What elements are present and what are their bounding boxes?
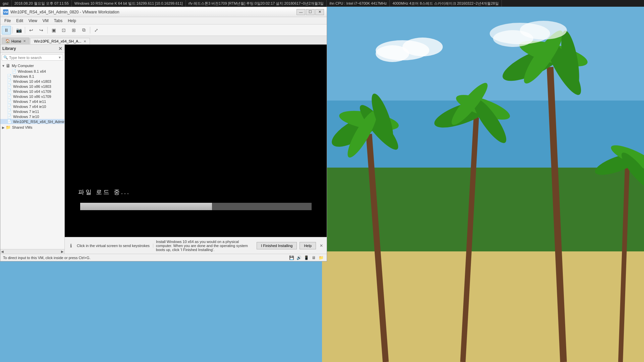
- maximize-button[interactable]: ☐: [306, 9, 315, 15]
- vmware-window: VM Win10PE_RS4_x64_SH_Admin_0820 - VMwar…: [0, 7, 327, 261]
- tree-shared-vms-label: Shared VMs: [12, 125, 33, 129]
- vm-icon: 📄: [7, 79, 12, 83]
- tab-home-close[interactable]: ✕: [23, 39, 26, 43]
- home-icon: 🏠: [5, 39, 10, 43]
- tree-item-win7ie10[interactable]: 📄 Windows 7 ie10: [0, 114, 64, 119]
- menu-file[interactable]: File: [2, 18, 13, 24]
- vm-icon: 📄: [7, 94, 12, 99]
- status-bar: To direct input to this VM, click inside…: [0, 254, 327, 261]
- status-icon-2: 🔊: [296, 255, 302, 260]
- loading-text: 파일 로드 중...: [78, 188, 130, 196]
- screenshot-button[interactable]: 📷: [14, 26, 23, 35]
- sidebar-header: Library ✕: [0, 45, 64, 53]
- minimize-button[interactable]: —: [297, 9, 305, 15]
- close-button[interactable]: ✕: [315, 9, 324, 15]
- power-button[interactable]: ⏸: [2, 26, 11, 35]
- tree-item-win10pe-selected[interactable]: 📄 Win10PE_RS4_x64_SH_Admin: [0, 119, 64, 124]
- tree-item-win10x64v1709[interactable]: 📄 Windows 10 x64 v1709: [0, 89, 64, 94]
- vm-screen[interactable]: 파일 로드 중...: [65, 45, 327, 237]
- fullscreen-button[interactable]: ⤢: [92, 26, 101, 35]
- search-dropdown-icon[interactable]: ▼: [58, 56, 61, 59]
- sidebar-title: Library: [2, 46, 16, 51]
- menu-edit[interactable]: Edit: [13, 18, 26, 24]
- search-box[interactable]: 🔍 ▼: [2, 54, 63, 61]
- toolbar-sep-1: [12, 27, 13, 34]
- status-icon-1: 💾: [288, 255, 294, 260]
- vmware-app-icon: VM: [3, 9, 8, 15]
- tree-item-win7ie11[interactable]: 📄 Windows 7 ie11: [0, 109, 64, 114]
- info-icon: ℹ: [67, 242, 74, 249]
- tree-item-win7x64ie10[interactable]: 📄 Windows 7 x64 ie10: [0, 104, 64, 109]
- help-button[interactable]: Help: [300, 242, 316, 249]
- view3-button[interactable]: ⊞: [69, 26, 78, 35]
- vm-icon: 📄: [7, 104, 12, 109]
- taskbar-build: Windows 10 RS3 Home K 64 bit 빌드:16299.61…: [72, 0, 186, 7]
- window-title: Win10PE_RS4_x64_SH_Admin_0820 - VMware W…: [10, 10, 297, 14]
- tree-label: Windows 10 x86 v1803: [13, 84, 51, 88]
- search-input[interactable]: [9, 56, 58, 60]
- status-message: To direct input to this VM, click inside…: [3, 256, 91, 260]
- title-bar: VM Win10PE_RS4_x64_SH_Admin_0820 - VMwar…: [0, 7, 327, 17]
- window-controls: — ☐ ✕: [297, 9, 324, 15]
- tree-item-win10x86v1709[interactable]: 📄 Windows 10 x86 v1709: [0, 94, 64, 99]
- vm-icon: 📄: [7, 84, 12, 88]
- view4-button[interactable]: ⧉: [79, 26, 89, 35]
- tree-item-win10x64v1803[interactable]: 📄 Windows 10 x64 v1803: [0, 79, 64, 84]
- status-icons: 💾 🔊 📱 🖥 📁: [288, 255, 324, 260]
- scroll-right-button[interactable]: ▶: [61, 250, 64, 253]
- tree-my-computer[interactable]: ▼ 🖥 My Computer: [0, 63, 64, 69]
- toolbar-sep-2: [25, 27, 25, 34]
- computer-icon: 🖥: [6, 63, 10, 68]
- status-icon-3: 📱: [303, 255, 309, 260]
- redo-button[interactable]: ↪: [37, 26, 46, 35]
- toolbar-sep-3: [47, 27, 48, 34]
- system-taskbar: gaz 2018.08.20 월요일 오후 07:11:55 Windows 1…: [0, 0, 644, 7]
- menu-tabs[interactable]: Tabs: [51, 18, 65, 24]
- vm-display-area[interactable]: 파일 로드 중... ℹ Click in the virtual screen…: [65, 45, 327, 254]
- tab-bar: 🏠 Home ✕ Win10PE_RS4_x64_SH_A... ✕: [0, 36, 327, 45]
- menu-view[interactable]: View: [26, 18, 40, 24]
- sidebar-close-button[interactable]: ✕: [58, 46, 62, 51]
- toolbar: ⏸ 📷 ↩ ↪ ▣ ⊡ ⊞ ⧉ ⤢: [0, 24, 327, 36]
- menu-vm[interactable]: VM: [40, 18, 51, 24]
- tree-item-win7x64ie11[interactable]: 📄 Windows 7 x64 ie11: [0, 99, 64, 104]
- scroll-left-button[interactable]: ◀: [1, 250, 4, 253]
- sidebar-scroll: ◀ ▶: [0, 249, 64, 254]
- vm-icon: 📄: [12, 69, 16, 73]
- vm-icon: 📄: [7, 74, 12, 78]
- revert-button[interactable]: ↩: [26, 26, 36, 35]
- tree-label: Windows 7 ie10: [13, 115, 39, 119]
- tree-label: Windows 8.1 x64: [18, 69, 46, 73]
- view2-button[interactable]: ⊡: [59, 26, 68, 35]
- progress-bar-container: [80, 203, 312, 210]
- tree-label: Windows 7 ie11: [13, 110, 39, 114]
- tree-shared-vms[interactable]: ▶ 📁 Shared VMs: [0, 125, 64, 130]
- tree-item-win81[interactable]: 📄 Windows 8.1: [0, 74, 64, 79]
- toolbar-sep-4: [90, 27, 90, 34]
- menu-help[interactable]: Help: [65, 18, 79, 24]
- vm-bottom-bar: ℹ Click in the virtual screen to send ke…: [65, 237, 327, 254]
- taskbar-rfv: rfv 레드스톤3 버전1709 [RTM년월] 루팅:0일20:02:17 설…: [186, 0, 327, 7]
- vm-icon: 📄: [7, 109, 12, 114]
- vm-icon: 📄: [7, 114, 12, 119]
- tab-home[interactable]: 🏠 Home ✕: [2, 38, 30, 44]
- progress-bar-fill: [80, 203, 212, 210]
- tree-label-selected: Win10PE_RS4_x64_SH_Admin: [13, 120, 64, 124]
- tree-label: Windows 7 x64 ie11: [13, 100, 46, 104]
- vm-icon: 📄: [7, 89, 12, 94]
- info-bar-close-button[interactable]: ✕: [319, 243, 324, 248]
- tree-label: Windows 10 x64 v1803: [13, 79, 51, 83]
- svg-point-27: [376, 45, 409, 62]
- tree-item-win81x64[interactable]: 📄 Windows 8.1 x64: [0, 69, 64, 74]
- tab-vm-close[interactable]: ✕: [84, 40, 86, 43]
- tab-vm[interactable]: Win10PE_RS4_x64_SH_A... ✕: [30, 38, 90, 44]
- sidebar: Library ✕ 🔍 ▼ ▼ 🖥 My Computer 📄 Windo: [0, 45, 65, 254]
- view1-button[interactable]: ▣: [49, 26, 58, 35]
- tree-item-win10x86v1803[interactable]: 📄 Windows 10 x86 v1803: [0, 84, 64, 89]
- click-message: Click in the virtual screen to send keys…: [77, 244, 153, 248]
- taskbar-ihn: ihn CPU : Intel i7~6700K 4417MHz: [327, 0, 390, 7]
- finished-installing-button[interactable]: I Finished Installing: [257, 242, 297, 249]
- tree-my-computer-label: My Computer: [12, 64, 34, 68]
- tree-label: Windows 10 x64 v1709: [13, 89, 51, 94]
- taskbar-gaz: gaz: [0, 0, 12, 7]
